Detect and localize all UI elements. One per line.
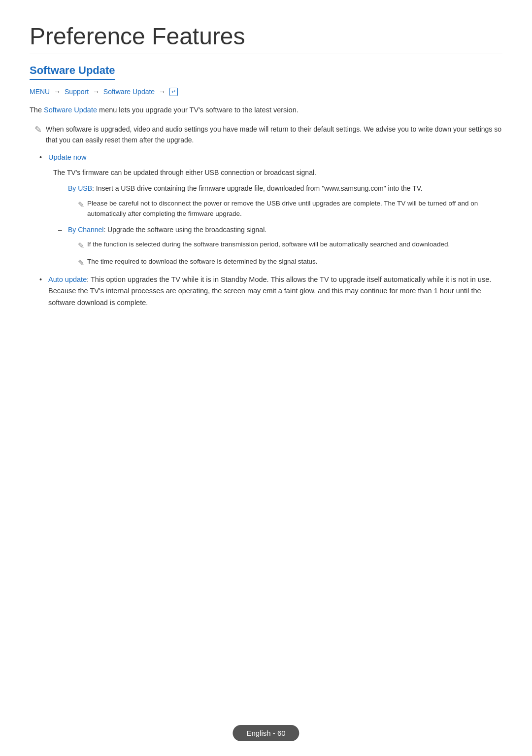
arrow-3: →	[159, 88, 166, 96]
update-now-content: The TV's firmware can be updated through…	[48, 167, 502, 270]
auto-update-link: Auto update	[48, 275, 87, 283]
note-sub-usb: ✎ Please be careful not to disconnect th…	[68, 198, 502, 219]
by-channel-link: By Channel	[68, 226, 103, 234]
by-usb-link: By USB	[68, 184, 92, 192]
note-text-channel-1: If the function is selected during the s…	[87, 239, 450, 250]
dash-item-usb: By USB: Insert a USB drive containing th…	[58, 183, 502, 219]
dash-item-channel: By Channel: Upgrade the software using t…	[58, 224, 502, 270]
by-usb-text: : Insert a USB drive containing the firm…	[92, 184, 423, 192]
arrow-1: →	[54, 88, 61, 96]
bullet-item-1: Update now The TV's firmware can be upda…	[39, 152, 502, 270]
menu-path-support: Support	[65, 88, 89, 96]
bullet-item-2: Auto update: This option upgrades the TV…	[39, 274, 502, 309]
update-now-link: Update now	[48, 153, 86, 161]
intro-text: The Software Update menu lets you upgrad…	[30, 104, 502, 116]
footer-label: English - 60	[233, 725, 299, 741]
arrow-2: →	[93, 88, 100, 96]
section-title: Software Update	[30, 64, 115, 80]
note-icon-usb: ✎	[78, 199, 84, 211]
menu-path: MENU → Support → Software Update → ↵	[30, 88, 502, 97]
note-icon-channel-1: ✎	[78, 240, 84, 252]
note-text-1: When software is upgraded, video and aud…	[46, 124, 502, 146]
by-channel-text: : Upgrade the software using the broadca…	[103, 226, 266, 234]
title-divider	[30, 54, 502, 54]
bullet-list: Update now The TV's firmware can be upda…	[30, 152, 502, 309]
note-block-1: ✎ When software is upgraded, video and a…	[30, 124, 502, 146]
note-icon-1: ✎	[34, 124, 42, 135]
menu-path-software-update: Software Update	[103, 88, 155, 96]
note-icon-channel-2: ✎	[78, 257, 84, 270]
page-title: Preference Features	[30, 24, 502, 50]
note-text-usb: Please be careful not to disconnect the …	[87, 198, 502, 219]
update-now-description: The TV's firmware can be updated through…	[53, 167, 502, 178]
enter-icon: ↵	[169, 88, 178, 96]
note-sub-channel-2: ✎ The time required to download the soft…	[68, 256, 502, 270]
dash-list: By USB: Insert a USB drive containing th…	[53, 183, 502, 269]
note-sub-channel-1: ✎ If the function is selected during the…	[68, 239, 502, 252]
software-update-link: Software Update	[44, 106, 97, 114]
auto-update-text: : This option upgrades the TV while it i…	[48, 275, 491, 306]
note-text-channel-2: The time required to download the softwa…	[87, 256, 318, 267]
menu-path-menu: MENU	[30, 88, 50, 96]
